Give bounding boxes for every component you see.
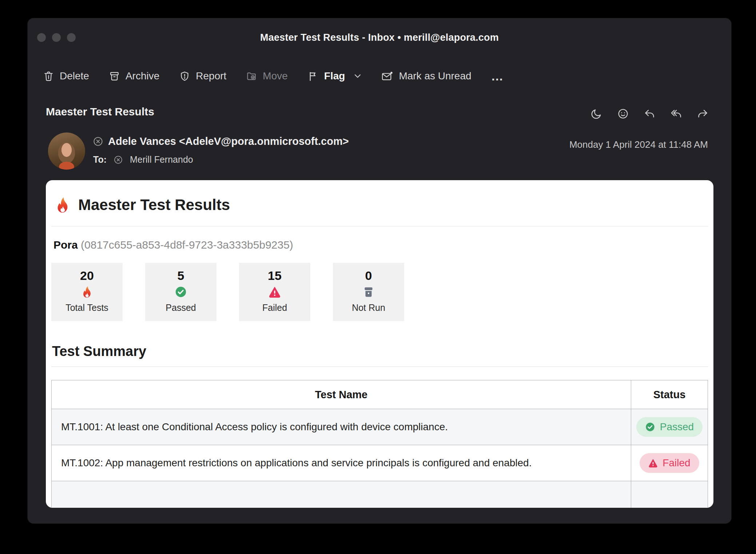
window-title: Maester Test Results - Inbox • merill@el… [28, 32, 731, 43]
archive-box-icon [362, 286, 375, 298]
table-row-partial [52, 481, 708, 508]
sender-avatar[interactable] [48, 132, 85, 170]
titlebar: Maester Test Results - Inbox • merill@el… [28, 18, 731, 58]
email-title: Maester Test Results [78, 196, 230, 214]
report-label: Report [196, 70, 226, 82]
flag-label: Flag [324, 70, 345, 82]
stat-cards: 20 Total Tests 5 Passed 15 [51, 263, 708, 321]
reaction-smiley-icon [617, 115, 629, 121]
more-actions-button[interactable]: … [491, 69, 504, 83]
archive-button[interactable]: Archive [109, 70, 159, 82]
status-badge-failed: Failed [640, 453, 699, 473]
snooze-button[interactable] [590, 108, 602, 121]
stat-label: Failed [262, 302, 287, 313]
check-circle-icon [645, 422, 655, 432]
stat-card-failed: 15 Failed [239, 263, 310, 321]
stat-label: Not Run [352, 302, 385, 313]
stat-value: 20 [80, 269, 94, 283]
message-subject: Maester Test Results [46, 106, 154, 118]
flag-button[interactable]: Flag [307, 70, 362, 82]
test-summary-heading: Test Summary [52, 344, 708, 359]
reply-all-button[interactable] [670, 108, 682, 121]
mail-app-window: Maester Test Results - Inbox • merill@el… [28, 18, 731, 523]
delete-label: Delete [60, 70, 89, 82]
warning-triangle-icon [648, 458, 658, 468]
test-results-table: Test Name Status MT.1001: At least one C… [51, 380, 708, 508]
status-badge-label: Passed [660, 421, 694, 433]
move-button[interactable]: Move [246, 70, 287, 82]
status-badge-passed: Passed [636, 417, 703, 437]
recipient-name[interactable]: Merill Fernando [130, 154, 193, 165]
maester-flame-icon [54, 197, 71, 213]
mark-as-unread-label: Mark as Unread [399, 70, 471, 82]
test-name-cell: MT.1002: App management restrictions on … [52, 445, 631, 481]
screen: Maester Test Results - Inbox • merill@el… [0, 0, 756, 554]
status-badge-label: Failed [663, 457, 690, 469]
stat-value: 5 [178, 269, 184, 283]
report-button[interactable]: Report [179, 70, 226, 82]
stat-card-total: 20 Total Tests [51, 263, 123, 321]
tenant-name: Pora [53, 239, 78, 251]
recipient-presence-icon [114, 155, 123, 164]
email-body-card: Maester Test Results Pora (0817c655-a853… [46, 180, 713, 508]
message-toolbar: Delete Archive Report [43, 63, 716, 90]
divider [51, 226, 708, 226]
reply-icon [644, 115, 656, 121]
to-label: To: [93, 154, 107, 165]
flag-icon [307, 71, 319, 82]
reply-button[interactable] [644, 108, 656, 121]
archive-icon [109, 71, 120, 82]
divider [51, 367, 708, 367]
status-cell: Failed [631, 445, 708, 481]
chevron-down-icon[interactable] [354, 74, 361, 79]
sender-row: Adele Vances <AdeleV@pora.onmicrosoft.co… [93, 135, 349, 147]
delete-button[interactable]: Delete [43, 70, 89, 82]
snooze-moon-icon [590, 115, 602, 121]
table-header-row: Test Name Status [52, 380, 708, 409]
tenant-line: Pora (0817c655-a853-4d8f-9723-3a333b5b92… [53, 239, 708, 251]
stat-label: Passed [166, 302, 196, 313]
forward-icon [697, 115, 709, 121]
table-row: MT.1001: At least one Conditional Access… [52, 409, 708, 445]
report-shield-icon [179, 71, 190, 82]
recipient-row: To: Merill Fernando [93, 154, 193, 165]
check-circle-icon [175, 286, 187, 298]
move-label: Move [263, 70, 287, 82]
mark-as-unread-button[interactable]: Mark as Unread [381, 70, 471, 82]
message-header-actions [590, 108, 709, 121]
more-icon: … [491, 69, 504, 83]
archive-label: Archive [126, 70, 159, 82]
stat-value: 15 [268, 269, 282, 283]
mail-unread-icon [381, 71, 393, 82]
warning-triangle-icon [268, 286, 281, 298]
column-header-status: Status [631, 380, 708, 409]
reply-all-icon [670, 115, 682, 121]
stat-card-notrun: 0 Not Run [333, 263, 404, 321]
sender-name[interactable]: Adele Vances <AdeleV@pora.onmicrosoft.co… [108, 135, 349, 147]
message-date: Monday 1 April 2024 at 11:48 AM [569, 139, 708, 150]
reaction-button[interactable] [617, 108, 629, 121]
table-row: MT.1002: App management restrictions on … [52, 445, 708, 481]
column-header-test-name: Test Name [52, 380, 631, 409]
stat-card-passed: 5 Passed [145, 263, 216, 321]
status-cell: Passed [631, 409, 708, 445]
stat-label: Total Tests [65, 302, 108, 313]
stat-value: 0 [365, 269, 372, 283]
sender-presence-icon [93, 136, 103, 146]
flame-icon [81, 286, 93, 298]
test-name-cell: MT.1001: At least one Conditional Access… [52, 409, 631, 445]
trash-icon [43, 71, 54, 82]
email-title-row: Maester Test Results [54, 196, 708, 214]
move-folder-icon [246, 71, 257, 82]
forward-button[interactable] [697, 108, 709, 121]
tenant-id: (0817c655-a853-4d8f-9723-3a333b5b9235) [81, 239, 293, 251]
